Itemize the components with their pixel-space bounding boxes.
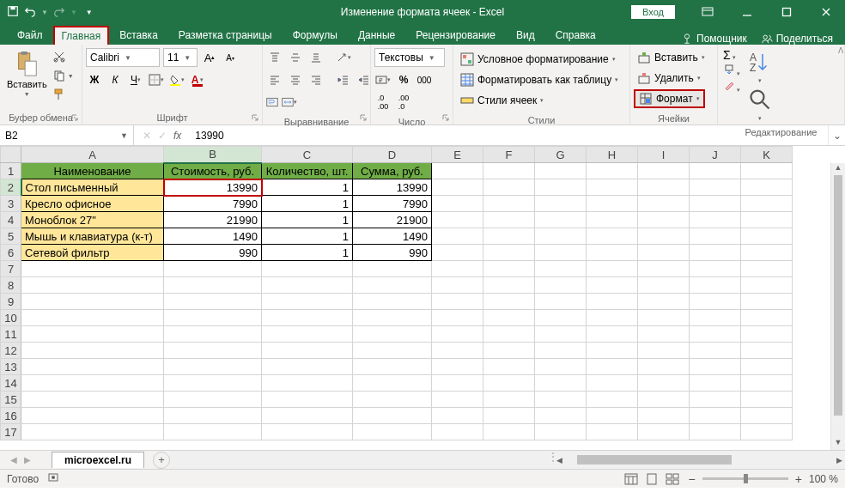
cell[interactable]: Стоимость, руб. — [164, 163, 262, 179]
cell[interactable] — [262, 277, 353, 294]
cell[interactable] — [690, 343, 741, 359]
sheet-prev-icon[interactable]: ◀ — [10, 455, 17, 465]
cell[interactable] — [741, 261, 793, 277]
cell[interactable] — [638, 359, 690, 375]
cell[interactable] — [483, 163, 535, 179]
tab-разметка страницы[interactable]: Разметка страницы — [168, 26, 283, 45]
cell[interactable] — [690, 392, 741, 408]
increase-indent-icon[interactable] — [356, 70, 373, 89]
cell[interactable] — [690, 179, 741, 196]
cell[interactable]: Наименование — [21, 163, 164, 179]
cell[interactable] — [638, 392, 690, 408]
cell[interactable] — [587, 343, 638, 359]
cell[interactable] — [164, 261, 262, 277]
cell[interactable] — [21, 294, 164, 310]
cell[interactable] — [164, 375, 262, 392]
cell[interactable] — [741, 294, 793, 310]
cell[interactable] — [262, 310, 353, 326]
cell[interactable] — [483, 424, 535, 440]
cell[interactable] — [587, 228, 638, 245]
cell[interactable]: 1 — [262, 228, 353, 245]
cell[interactable] — [483, 277, 535, 294]
cell[interactable] — [432, 408, 483, 424]
cell[interactable] — [638, 179, 690, 196]
cell[interactable] — [587, 375, 638, 392]
column-header[interactable]: A — [21, 147, 164, 163]
format-painter-button[interactable] — [52, 86, 74, 103]
undo-icon[interactable] — [24, 5, 36, 20]
cell[interactable] — [741, 245, 793, 261]
row-header[interactable]: 17 — [1, 424, 21, 440]
cell[interactable] — [690, 408, 741, 424]
undo-dropdown-icon[interactable]: ▼ — [41, 9, 48, 16]
row-header[interactable]: 11 — [1, 326, 21, 343]
save-icon[interactable] — [7, 5, 19, 20]
cell[interactable]: 7990 — [353, 196, 432, 212]
qat-customize-icon[interactable]: ▼ — [86, 9, 93, 16]
ribbon-options-icon[interactable] — [689, 0, 726, 24]
cell[interactable] — [483, 392, 535, 408]
cell[interactable] — [638, 212, 690, 228]
merge-icon[interactable]: ▾ — [282, 93, 297, 112]
cell[interactable] — [741, 196, 793, 212]
comma-icon[interactable]: 000 — [416, 70, 433, 89]
worksheet-grid[interactable]: ABCDEFGHIJK1НаименованиеСтоимость, руб.К… — [0, 146, 845, 450]
cell[interactable] — [587, 212, 638, 228]
cell[interactable] — [21, 343, 164, 359]
cell[interactable] — [353, 261, 432, 277]
tab-вид[interactable]: Вид — [506, 26, 545, 45]
underline-button[interactable]: Ч▾ — [127, 70, 144, 89]
horizontal-scrollbar[interactable]: ◀ ▶ — [553, 451, 845, 469]
cell[interactable] — [690, 375, 741, 392]
zoom-out-icon[interactable]: − — [689, 472, 696, 486]
cell[interactable] — [535, 228, 587, 245]
cell[interactable] — [432, 196, 483, 212]
cell[interactable] — [741, 163, 793, 179]
tab-формулы[interactable]: Формулы — [283, 26, 348, 45]
zoom-slider[interactable] — [702, 477, 788, 480]
cell[interactable]: Кресло офисное — [21, 196, 164, 212]
cell[interactable] — [741, 310, 793, 326]
font-name-combo[interactable]: Calibri▼ — [86, 48, 160, 67]
cell[interactable] — [262, 424, 353, 440]
row-header[interactable]: 14 — [1, 375, 21, 392]
cell[interactable] — [483, 179, 535, 196]
cut-button[interactable] — [52, 48, 74, 65]
cell[interactable] — [587, 196, 638, 212]
cell[interactable] — [483, 343, 535, 359]
cell[interactable] — [741, 424, 793, 440]
align-right-icon[interactable] — [307, 70, 325, 89]
name-box[interactable]: B2▼ — [0, 125, 134, 145]
column-header[interactable]: E — [432, 147, 483, 163]
cell[interactable] — [21, 277, 164, 294]
dialog-launcher-icon[interactable] — [250, 112, 260, 123]
cell[interactable] — [21, 310, 164, 326]
format-as-table-button[interactable]: Форматировать как таблицу▾ — [457, 70, 622, 89]
cell[interactable]: 1490 — [164, 228, 262, 245]
cell[interactable] — [587, 163, 638, 179]
decrease-font-icon[interactable]: A▾ — [222, 48, 239, 67]
cell[interactable]: 21900 — [353, 212, 432, 228]
row-header[interactable]: 7 — [1, 261, 21, 277]
cell[interactable] — [21, 326, 164, 343]
minimize-button[interactable] — [728, 0, 766, 24]
cell[interactable] — [353, 326, 432, 343]
cell[interactable]: 13990 — [353, 179, 432, 196]
close-button[interactable] — [807, 0, 845, 24]
cell[interactable] — [164, 424, 262, 440]
cell[interactable] — [535, 408, 587, 424]
row-header[interactable]: 6 — [1, 245, 21, 261]
page-layout-view-icon[interactable] — [642, 471, 661, 487]
column-header[interactable]: K — [741, 147, 793, 163]
cell[interactable] — [690, 163, 741, 179]
cell[interactable] — [587, 326, 638, 343]
cell[interactable] — [638, 228, 690, 245]
cell[interactable] — [262, 408, 353, 424]
column-header[interactable]: C — [262, 147, 353, 163]
cell[interactable]: 1 — [262, 179, 353, 196]
cell[interactable] — [483, 261, 535, 277]
cell[interactable] — [432, 326, 483, 343]
cell[interactable] — [638, 294, 690, 310]
cell[interactable] — [164, 343, 262, 359]
cell[interactable] — [587, 261, 638, 277]
